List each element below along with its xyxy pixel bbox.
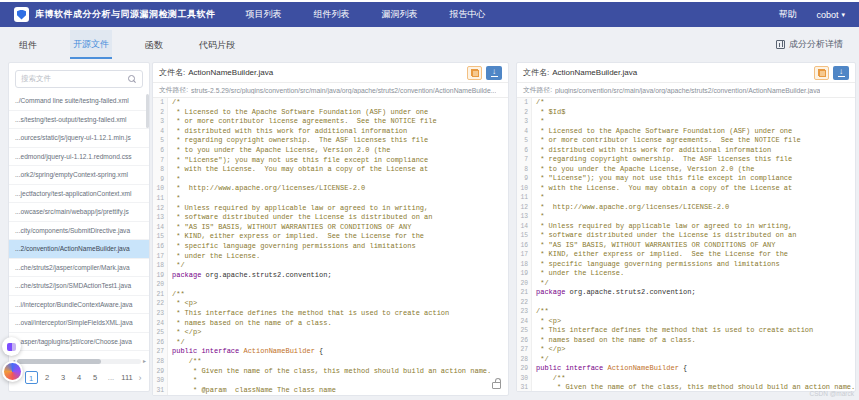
line-number: 12 <box>517 203 532 213</box>
nav-item-1[interactable]: 项目列表 <box>246 8 282 21</box>
code-line: 1/* <box>153 98 508 108</box>
file-list-item[interactable]: ...edmond/jquery-ui-1.12.1.redmond.css <box>9 148 149 167</box>
file-list-item[interactable]: ...che/struts2/json/SMDActionTest1.java <box>9 277 149 296</box>
compare-button[interactable] <box>467 66 482 80</box>
file-list-item[interactable]: ...ources/static/js/jquery-ui-1.12.1.min… <box>9 129 149 148</box>
code-line: 6 * distributed with this work for addit… <box>517 146 855 156</box>
file-list-item[interactable]: ...s/testng/test-output/testng-failed.xm… <box>9 111 149 130</box>
code-token: * <box>172 194 180 202</box>
nav-item-2[interactable]: 组件列表 <box>314 8 350 21</box>
file-list[interactable]: ../Command line suite/testng-failed.xml.… <box>9 92 149 356</box>
code-line: 5 * or more contributor license agreemen… <box>517 136 855 146</box>
line-number: 11 <box>517 193 532 203</box>
file-list-item[interactable]: ...asper/tagplugins/jstl/core/Choose.jav… <box>9 333 149 352</box>
line-content: * <box>168 376 197 386</box>
ai-assistant-fab[interactable] <box>2 361 23 382</box>
nav-item-4[interactable]: 报告中心 <box>450 8 486 21</box>
file-list-item[interactable]: ../Command line suite/testng-failed.xml <box>9 92 149 111</box>
line-number: 17 <box>517 250 532 260</box>
line-number: 9 <box>153 175 168 185</box>
source-file-panel-right: 文件名: ActionNameBuilder.java ↓ 文件路径: plug… <box>516 62 856 392</box>
nav-item-3[interactable]: 漏洞列表 <box>382 8 418 21</box>
screen-tool-fab[interactable] <box>2 337 21 356</box>
search-input[interactable]: 搜索文件 <box>15 70 143 88</box>
line-content: */ <box>532 279 549 289</box>
filepath-label: 文件路径: <box>159 85 188 95</box>
line-number: 16 <box>517 241 532 251</box>
code-line: 30 /** <box>517 374 855 384</box>
code-token: * under the License. <box>172 252 260 260</box>
file-list-item[interactable]: ...oval/interceptor/SimpleFieldsXML.java <box>9 314 149 333</box>
code-line: 24 * <p> <box>517 317 855 327</box>
code-line: 1/* <box>517 98 855 108</box>
file-list-item[interactable]: ...che/struts2/jasper/compiler/Mark.java <box>9 259 149 278</box>
code-token: */ <box>172 338 185 346</box>
line-content: * Unless required by applicable law or a… <box>168 204 428 214</box>
tab-2[interactable]: 开源文件 <box>70 30 112 59</box>
code-token: * distributed with this work for additio… <box>172 127 407 135</box>
vertical-scrollbar[interactable] <box>146 94 149 128</box>
code-line: 28 */ <box>517 355 855 365</box>
file-list-item[interactable]: ...jectfactory/test-applicationContext.x… <box>9 185 149 204</box>
analysis-detail-link[interactable]: 成分分析详情 <box>776 38 843 51</box>
page-button-3[interactable]: 3 <box>57 371 70 384</box>
code-token: * or more contributor license agreements… <box>536 136 801 144</box>
code-token: * distributed with this work for additio… <box>536 146 771 154</box>
lock-icon[interactable] <box>492 382 501 389</box>
line-content: * <p> <box>532 317 561 327</box>
code-line: 22 <box>517 298 855 308</box>
user-menu[interactable]: cobot ▾ <box>816 10 845 20</box>
line-content: * "License"); you may not use this file … <box>532 174 792 184</box>
horizontal-scrollbar[interactable]: ◂ ▸ <box>12 357 146 365</box>
code-token: ActionNameBuilder <box>607 364 678 372</box>
page-button-111[interactable]: 111 <box>121 371 134 384</box>
code-token: * http://www.apache.org/licenses/LICENSE… <box>536 203 729 211</box>
code-token: /* <box>172 98 180 106</box>
code-line: 10 * http://www.apache.org/licenses/LICE… <box>153 184 508 194</box>
source-file-panel-left: 文件名: ActionNameBuilder.java ↓ 文件路径: stru… <box>152 62 509 396</box>
file-list-item[interactable]: ...2/convention/ActionNameBuilder.java <box>9 240 149 259</box>
tab-4[interactable]: 代码片段 <box>196 31 238 58</box>
line-number: 25 <box>517 326 532 336</box>
help-link[interactable]: 帮助 <box>778 8 796 21</box>
file-list-item[interactable]: ...i/interceptor/BundleContextAware.java <box>9 296 149 315</box>
tab-1[interactable]: 组件 <box>16 31 40 58</box>
code-line: 24 * names based on the name of a class. <box>153 319 508 329</box>
line-content: * "AS IS" BASIS, WITHOUT WARRANTIES OR C… <box>168 223 411 233</box>
file-list-item[interactable]: ...owcase/src/main/webapp/js/prettify.js <box>9 203 149 222</box>
code-area-left[interactable]: 1/*2 * Licensed to the Apache Software F… <box>153 98 508 395</box>
page-button-2[interactable]: 2 <box>41 371 54 384</box>
download-icon-bar <box>491 76 498 77</box>
code-token: * <box>172 376 197 384</box>
compare-button[interactable] <box>814 66 829 80</box>
line-content: * to you under the Apache License, Versi… <box>168 146 390 156</box>
page-button-1[interactable]: 1 <box>25 371 38 384</box>
code-line: 18 */ <box>153 261 508 271</box>
code-line: 9 * "License"); you may not use this fil… <box>517 174 855 184</box>
download-button[interactable]: ↓ <box>486 66 502 80</box>
code-line: 19package org.apache.struts2.convention; <box>153 271 508 281</box>
scroll-right-icon[interactable]: ▸ <box>143 357 146 365</box>
page-button-5[interactable]: 5 <box>89 371 102 384</box>
code-token: /** <box>536 374 565 382</box>
code-token: org.apache.struts2.convention; <box>565 288 695 296</box>
scrollbar-thumb[interactable] <box>17 359 101 364</box>
code-token: * This interface defines the method that… <box>172 309 449 317</box>
code-area-right[interactable]: 1/*2 * $Id$3 *4 * Licensed to the Apache… <box>517 98 855 391</box>
download-button[interactable]: ↓ <box>833 66 849 80</box>
file-list-item[interactable]: ...ork2/spring/emptyContext-spring.xml <box>9 166 149 185</box>
line-content: * http://www.apache.org/licenses/LICENSE… <box>532 203 729 213</box>
panel-buttons: ↓ <box>467 66 502 80</box>
code-line: 3 * or more contributor license agreemen… <box>153 117 508 127</box>
page-next-button[interactable]: › <box>137 373 144 383</box>
line-content: package org.apache.struts2.convention; <box>532 288 696 298</box>
tab-3[interactable]: 函数 <box>142 31 166 58</box>
line-number: 2 <box>153 108 168 118</box>
code-token: * regarding copyright ownership. The ASF… <box>172 136 428 144</box>
file-list-item[interactable]: ...city/components/SubmitDirective.java <box>9 222 149 241</box>
pagination: ‹12345...111› <box>9 366 149 391</box>
scrollbar-track[interactable] <box>17 359 141 364</box>
page-button-4[interactable]: 4 <box>73 371 86 384</box>
code-line: 4 * distributed with this work for addit… <box>153 127 508 137</box>
line-number: 26 <box>517 336 532 346</box>
